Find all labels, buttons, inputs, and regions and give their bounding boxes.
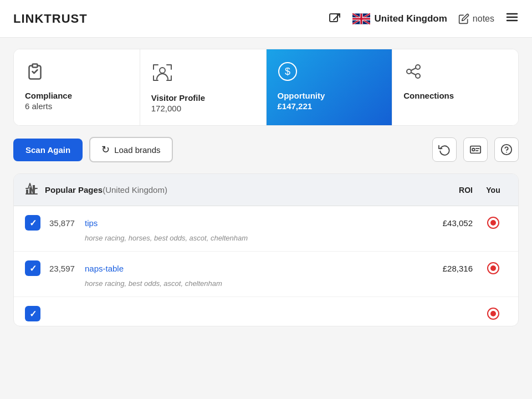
row1-checkbox[interactable]: ✓ bbox=[25, 215, 40, 231]
card-visitor-profile[interactable]: Visitor Profile 172,000 bbox=[140, 49, 267, 125]
help-button[interactable] bbox=[494, 137, 519, 162]
edit-icon bbox=[458, 13, 469, 24]
opportunity-title: Opportunity bbox=[278, 91, 325, 100]
svg-point-7 bbox=[160, 68, 165, 73]
app-header: LINKTRUST United Kingdom bbox=[0, 0, 532, 38]
table-header: Popular Pages (United Kingdom) ROI You bbox=[14, 174, 518, 206]
row2-tags: horse racing, best odds, ascot, cheltenh… bbox=[85, 279, 507, 288]
country-name: United Kingdom bbox=[375, 13, 447, 24]
visitor-profile-value: 172,000 bbox=[151, 104, 181, 113]
table-subtitle: (United Kingdom) bbox=[103, 185, 167, 195]
row1-radio[interactable] bbox=[487, 217, 499, 229]
id-card-icon bbox=[469, 144, 482, 156]
row3-radio[interactable] bbox=[487, 308, 499, 320]
row1-page-link[interactable]: tips bbox=[85, 218, 428, 228]
row2-page-link[interactable]: naps-table bbox=[85, 264, 428, 273]
row1-roi: £43,052 bbox=[428, 218, 473, 228]
row1-you[interactable] bbox=[479, 217, 507, 229]
svg-rect-6 bbox=[33, 64, 38, 68]
row1-radio-inner bbox=[490, 220, 496, 226]
popular-pages-table: Popular Pages (United Kingdom) ROI You ✓… bbox=[13, 173, 519, 326]
action-row: Scan Again ↻ Load brands bbox=[13, 137, 519, 162]
svg-point-10 bbox=[407, 69, 411, 74]
row2-roi: £28,316 bbox=[428, 264, 473, 273]
logo: LINKTRUST bbox=[13, 12, 88, 26]
hamburger-icon bbox=[505, 11, 519, 24]
header-right: United Kingdom notes bbox=[328, 11, 519, 27]
load-icon: ↻ bbox=[101, 144, 110, 156]
row3-radio-inner bbox=[490, 311, 496, 316]
table-row: ✓ bbox=[14, 297, 518, 326]
row1-visits: 35,877 bbox=[49, 218, 85, 228]
connections-icon bbox=[403, 62, 423, 85]
row1-tags: horse racing, horses, best odds, ascot, … bbox=[85, 234, 507, 242]
row2-visits: 23,597 bbox=[49, 264, 85, 273]
svg-line-13 bbox=[411, 68, 416, 70]
row2-radio[interactable] bbox=[487, 262, 499, 274]
row2-radio-inner bbox=[490, 265, 496, 271]
country-selector[interactable]: United Kingdom bbox=[352, 13, 447, 24]
compliance-icon bbox=[25, 62, 45, 85]
row2-you[interactable] bbox=[479, 262, 507, 274]
svg-line-1 bbox=[334, 14, 340, 20]
opportunity-icon: $ bbox=[278, 62, 298, 85]
svg-line-14 bbox=[411, 73, 416, 75]
opportunity-value: £147,221 bbox=[278, 101, 313, 111]
card-connections[interactable]: Connections bbox=[392, 49, 518, 125]
connections-title: Connections bbox=[403, 91, 454, 100]
main-content: Compliance 6 alerts Visitor Profile 172,… bbox=[0, 38, 532, 337]
row2-checkbox[interactable]: ✓ bbox=[25, 260, 40, 276]
card-opportunity[interactable]: $ Opportunity £147,221 bbox=[267, 49, 393, 125]
svg-point-16 bbox=[472, 149, 475, 151]
notes-label: notes bbox=[473, 14, 494, 24]
logo-text: LINKTRUST bbox=[13, 12, 88, 25]
cards-row: Compliance 6 alerts Visitor Profile 172,… bbox=[13, 49, 519, 126]
history-button[interactable] bbox=[432, 137, 457, 162]
row3-checkbox[interactable]: ✓ bbox=[25, 306, 40, 321]
table-row: ✓ 23,597 naps-table £28,316 horse racing… bbox=[14, 252, 518, 297]
svg-point-12 bbox=[416, 74, 420, 78]
menu-button[interactable] bbox=[505, 11, 519, 27]
visitor-profile-title: Visitor Profile bbox=[151, 93, 205, 103]
svg-rect-21 bbox=[26, 190, 28, 193]
notes-button[interactable]: notes bbox=[458, 13, 494, 24]
svg-text:$: $ bbox=[284, 66, 290, 77]
svg-point-11 bbox=[416, 65, 420, 69]
id-card-button[interactable] bbox=[463, 137, 488, 162]
visitor-profile-icon bbox=[151, 62, 173, 88]
compliance-title: Compliance bbox=[25, 91, 72, 100]
scan-again-button[interactable]: Scan Again bbox=[13, 139, 83, 161]
external-link-button[interactable] bbox=[328, 12, 341, 25]
history-icon bbox=[438, 144, 451, 156]
svg-rect-23 bbox=[33, 185, 35, 193]
chart-icon bbox=[25, 182, 38, 198]
table-title: Popular Pages bbox=[45, 185, 103, 195]
svg-rect-22 bbox=[29, 187, 32, 193]
col-roi-header: ROI bbox=[428, 186, 473, 195]
row3-you[interactable] bbox=[479, 308, 507, 320]
col-you-header: You bbox=[479, 186, 507, 195]
uk-flag-icon bbox=[352, 13, 370, 24]
load-brands-button[interactable]: ↻ Load brands bbox=[89, 137, 172, 162]
card-compliance[interactable]: Compliance 6 alerts bbox=[14, 49, 140, 125]
help-icon bbox=[500, 144, 513, 156]
table-row: ✓ 35,877 tips £43,052 horse racing, hors… bbox=[14, 206, 518, 252]
compliance-value: 6 alerts bbox=[25, 101, 52, 111]
